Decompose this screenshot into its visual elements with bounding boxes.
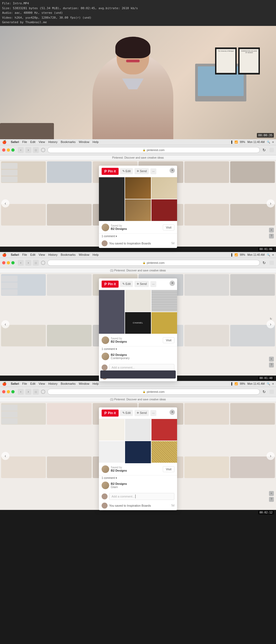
address-bar-3[interactable]: 🔒 pinterest.com [47, 389, 260, 395]
pin-it-button-1[interactable]: P Pin it [102, 168, 119, 175]
menu-edit-1[interactable]: Edit [30, 140, 35, 144]
control-icon-1[interactable]: ≡ [272, 141, 274, 144]
file-size: Size: 53833281 bytes (51.34 MiB), durati… [2, 6, 274, 11]
send-button-3[interactable]: ✈ Send [134, 410, 149, 416]
zoom-in-icon-3[interactable]: + [269, 491, 274, 496]
comment-input-3[interactable]: Add a comment... [109, 493, 174, 500]
back-btn-1[interactable]: ‹ [18, 147, 24, 153]
menu-edit-2[interactable]: Edit [30, 253, 35, 256]
help-icon-2[interactable]: ? [269, 363, 274, 367]
share-ext-btn-2[interactable] [270, 261, 274, 265]
send-button-1[interactable]: ✈ Send [134, 168, 149, 174]
nav-arrow-left-1[interactable]: ‹ [1, 199, 9, 207]
menu-file-3[interactable]: File [22, 382, 27, 385]
menu-bookmarks-2[interactable]: Bookmarks [61, 253, 75, 256]
tl-yellow-3[interactable] [7, 390, 10, 393]
menu-bookmarks-1[interactable]: Bookmarks [61, 140, 75, 144]
pin-close-1[interactable]: ✕ [170, 168, 175, 173]
menu-edit-3[interactable]: Edit [30, 382, 35, 385]
pin-it-button-2[interactable]: P Pin it [102, 281, 119, 288]
menu-file-1[interactable]: File [22, 140, 27, 144]
forward-btn-1[interactable]: › [25, 147, 31, 153]
visit-button-3[interactable]: Visit [163, 466, 174, 472]
home-btn-2[interactable]: □ [33, 260, 39, 266]
menu-window-1[interactable]: Window [79, 140, 89, 144]
share-btn-2[interactable] [41, 261, 45, 265]
menu-help-2[interactable]: Help [92, 253, 99, 256]
app-name-1[interactable]: Safari [11, 140, 19, 144]
control-icon-2[interactable]: ≡ [272, 253, 274, 256]
comment-toggle-2[interactable]: 1 comment ▾ [102, 347, 174, 350]
edit-button-2[interactable]: ✎ Edit [120, 281, 133, 287]
control-icon-3[interactable]: ≡ [272, 382, 274, 385]
visit-button-1[interactable]: Visit [163, 224, 174, 230]
tl-red-2[interactable] [2, 261, 5, 264]
zoom-in-icon-2[interactable]: + [269, 357, 274, 362]
comment-input-2[interactable]: Add a comment... [109, 364, 174, 371]
tl-red-3[interactable] [2, 390, 5, 393]
nav-arrow-right-3[interactable]: › [267, 452, 275, 460]
tl-red-1[interactable] [2, 148, 5, 152]
menu-help-1[interactable]: Help [92, 140, 99, 144]
search-icon-3[interactable]: 🔍 [267, 382, 270, 385]
tl-green-3[interactable] [11, 390, 15, 393]
share-btn-3[interactable] [41, 390, 45, 394]
menu-file-2[interactable]: File [22, 253, 27, 256]
reload-btn-2[interactable]: ↻ [261, 260, 267, 265]
avatar-3 [102, 465, 109, 473]
address-bar-1[interactable]: 🔒 pinterest.com [47, 147, 260, 153]
more-label-3: ··· [152, 411, 154, 415]
menu-view-3[interactable]: View [39, 382, 45, 385]
more-button-1[interactable]: ··· [150, 168, 156, 174]
edit-button-3[interactable]: ✎ Edit [120, 410, 133, 416]
menu-history-1[interactable]: History [48, 140, 57, 144]
comment-toggle-3[interactable]: 1 comment ▾ [102, 476, 174, 479]
pin-comments-2: 1 comment ▾ [99, 346, 177, 352]
forward-btn-2[interactable]: › [25, 260, 31, 266]
back-btn-3[interactable]: ‹ [18, 389, 24, 395]
send-button-2[interactable]: ✈ Send [134, 281, 149, 287]
share-ext-btn-1[interactable] [270, 148, 274, 152]
app-name-3[interactable]: Safari [11, 382, 19, 385]
saved-by-info-2: Saved by B2 Designs [111, 337, 127, 343]
menu-history-3[interactable]: History [48, 382, 57, 385]
pin-close-2[interactable]: ✕ [170, 281, 175, 286]
comment-toggle-1[interactable]: 1 comment ▾ [102, 235, 174, 238]
menu-window-3[interactable]: Window [79, 382, 89, 385]
reload-btn-1[interactable]: ↻ [261, 147, 267, 153]
menu-help-3[interactable]: Help [92, 382, 99, 385]
home-btn-1[interactable]: □ [33, 147, 39, 153]
tl-yellow-2[interactable] [7, 261, 10, 264]
share-ext-btn-3[interactable] [270, 390, 274, 394]
home-btn-3[interactable]: □ [33, 389, 39, 395]
nav-arrow-left-3[interactable]: ‹ [1, 452, 9, 460]
pin-it-button-3[interactable]: P Pin it [102, 410, 119, 417]
menu-window-2[interactable]: Window [79, 253, 89, 256]
help-icon-3[interactable]: ? [269, 497, 274, 502]
zoom-in-icon-1[interactable]: + [269, 228, 274, 233]
share-btn-1[interactable] [41, 148, 45, 152]
pin-close-3[interactable]: ✕ [170, 410, 175, 415]
more-button-2[interactable]: ··· [150, 281, 156, 287]
nav-arrow-right-1[interactable]: › [267, 199, 275, 207]
menu-view-2[interactable]: View [39, 253, 45, 256]
search-icon-2[interactable]: 🔍 [267, 253, 270, 256]
help-icon-1[interactable]: ? [269, 234, 274, 238]
nav-arrow-right-2[interactable]: › ↻ [267, 320, 275, 328]
visit-button-2[interactable]: Visit [163, 337, 174, 343]
nav-arrow-left-2[interactable]: ‹ [1, 320, 9, 328]
address-bar-2[interactable]: 🔒 pinterest.com [47, 260, 260, 266]
search-icon-1[interactable]: 🔍 [267, 141, 270, 144]
tl-green-2[interactable] [11, 261, 15, 264]
forward-btn-3[interactable]: › [25, 389, 31, 395]
back-btn-2[interactable]: ‹ [18, 260, 24, 266]
menu-bookmarks-3[interactable]: Bookmarks [61, 382, 75, 385]
tl-green-1[interactable] [11, 148, 15, 152]
reload-btn-3[interactable]: ↻ [261, 389, 267, 394]
menu-view-1[interactable]: View [39, 140, 45, 144]
tl-yellow-1[interactable] [7, 148, 10, 152]
app-name-2[interactable]: Safari [11, 253, 19, 256]
menu-history-2[interactable]: History [48, 253, 57, 256]
edit-button-1[interactable]: ✎ Edit [120, 168, 133, 174]
more-button-3[interactable]: ··· [150, 410, 156, 416]
